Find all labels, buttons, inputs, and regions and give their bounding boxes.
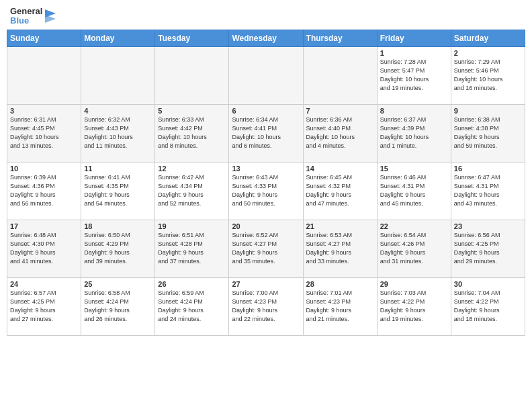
day-number: 23 [454,222,522,230]
day-number: 17 [10,222,78,230]
calendar-day-cell: 27Sunrise: 7:00 AM Sunset: 4:23 PM Dayli… [229,277,303,335]
day-info: Sunrise: 6:38 AM Sunset: 4:38 PM Dayligh… [454,116,500,149]
calendar-day-cell: 6Sunrise: 6:34 AM Sunset: 4:41 PM Daylig… [229,104,303,162]
day-number: 29 [380,280,448,288]
calendar-day-cell: 12Sunrise: 6:42 AM Sunset: 4:34 PM Dayli… [155,162,229,220]
calendar-week-row: 24Sunrise: 6:57 AM Sunset: 4:25 PM Dayli… [7,277,525,335]
calendar-table: SundayMondayTuesdayWednesdayThursdayFrid… [7,30,525,336]
day-number: 2 [454,49,522,57]
calendar-day-cell: 10Sunrise: 6:39 AM Sunset: 4:36 PM Dayli… [7,162,81,220]
calendar-day-cell: 7Sunrise: 6:36 AM Sunset: 4:40 PM Daylig… [303,104,377,162]
day-number: 24 [10,280,78,288]
day-of-week-header: Wednesday [229,30,303,46]
calendar-day-cell: 2Sunrise: 7:29 AM Sunset: 5:46 PM Daylig… [451,46,525,104]
days-of-week-row: SundayMondayTuesdayWednesdayThursdayFrid… [7,30,525,46]
day-number: 14 [306,165,374,173]
day-number: 16 [454,165,522,173]
day-info: Sunrise: 6:34 AM Sunset: 4:41 PM Dayligh… [232,116,281,149]
calendar-day-cell: 17Sunrise: 6:48 AM Sunset: 4:30 PM Dayli… [7,220,81,277]
calendar-header: SundayMondayTuesdayWednesdayThursdayFrid… [7,30,525,46]
day-of-week-header: Sunday [7,30,81,46]
day-info: Sunrise: 6:51 AM Sunset: 4:28 PM Dayligh… [158,232,204,265]
day-of-week-header: Friday [377,30,451,46]
logo-flag-icon [44,7,57,26]
day-info: Sunrise: 7:01 AM Sunset: 4:23 PM Dayligh… [306,289,353,322]
day-info: Sunrise: 7:03 AM Sunset: 4:22 PM Dayligh… [380,289,427,322]
calendar-week-row: 17Sunrise: 6:48 AM Sunset: 4:30 PM Dayli… [7,220,525,277]
calendar-wrapper: SundayMondayTuesdayWednesdayThursdayFrid… [0,30,532,336]
day-info: Sunrise: 6:36 AM Sunset: 4:40 PM Dayligh… [306,116,355,149]
day-of-week-header: Thursday [303,30,377,46]
day-info: Sunrise: 7:04 AM Sunset: 4:22 PM Dayligh… [454,289,500,322]
day-number: 21 [306,222,374,230]
calendar-day-cell [81,46,155,104]
day-info: Sunrise: 7:28 AM Sunset: 5:47 PM Dayligh… [380,58,429,91]
calendar-week-row: 3Sunrise: 6:31 AM Sunset: 4:45 PM Daylig… [7,104,525,162]
calendar-day-cell: 14Sunrise: 6:45 AM Sunset: 4:32 PM Dayli… [303,162,377,220]
day-info: Sunrise: 6:43 AM Sunset: 4:33 PM Dayligh… [232,174,278,207]
logo-general-text: General [10,7,42,16]
day-info: Sunrise: 6:45 AM Sunset: 4:32 PM Dayligh… [306,174,353,207]
logo: GeneralBlue [10,7,57,26]
calendar-day-cell: 18Sunrise: 6:50 AM Sunset: 4:29 PM Dayli… [81,220,155,277]
day-info: Sunrise: 6:47 AM Sunset: 4:31 PM Dayligh… [454,174,500,207]
calendar-day-cell: 3Sunrise: 6:31 AM Sunset: 4:45 PM Daylig… [7,104,81,162]
day-info: Sunrise: 6:52 AM Sunset: 4:27 PM Dayligh… [232,232,278,265]
calendar-day-cell: 1Sunrise: 7:28 AM Sunset: 5:47 PM Daylig… [377,46,451,104]
day-number: 22 [380,222,448,230]
day-number: 7 [306,107,374,115]
day-number: 26 [158,280,226,288]
day-number: 15 [380,165,448,173]
day-info: Sunrise: 6:32 AM Sunset: 4:43 PM Dayligh… [84,116,133,149]
calendar-day-cell [155,46,229,104]
day-number: 18 [84,222,152,230]
day-number: 4 [84,107,152,115]
day-info: Sunrise: 6:48 AM Sunset: 4:30 PM Dayligh… [10,232,56,265]
day-info: Sunrise: 6:33 AM Sunset: 4:42 PM Dayligh… [158,116,207,149]
day-info: Sunrise: 7:29 AM Sunset: 5:46 PM Dayligh… [454,58,503,91]
svg-marker-1 [45,15,56,23]
calendar-day-cell: 20Sunrise: 6:52 AM Sunset: 4:27 PM Dayli… [229,220,303,277]
day-number: 25 [84,280,152,288]
day-number: 1 [380,49,448,57]
day-info: Sunrise: 6:56 AM Sunset: 4:25 PM Dayligh… [454,232,500,265]
calendar-day-cell: 25Sunrise: 6:58 AM Sunset: 4:24 PM Dayli… [81,277,155,335]
day-number: 11 [84,165,152,173]
day-info: Sunrise: 6:39 AM Sunset: 4:36 PM Dayligh… [10,174,56,207]
calendar-day-cell: 16Sunrise: 6:47 AM Sunset: 4:31 PM Dayli… [451,162,525,220]
calendar-day-cell: 29Sunrise: 7:03 AM Sunset: 4:22 PM Dayli… [377,277,451,335]
calendar-day-cell: 28Sunrise: 7:01 AM Sunset: 4:23 PM Dayli… [303,277,377,335]
day-of-week-header: Saturday [451,30,525,46]
day-number: 13 [232,165,300,173]
day-number: 8 [380,107,448,115]
calendar-week-row: 1Sunrise: 7:28 AM Sunset: 5:47 PM Daylig… [7,46,525,104]
calendar-day-cell: 24Sunrise: 6:57 AM Sunset: 4:25 PM Dayli… [7,277,81,335]
header: GeneralBlue [0,0,532,30]
day-of-week-header: Tuesday [155,30,229,46]
calendar-day-cell: 26Sunrise: 6:59 AM Sunset: 4:24 PM Dayli… [155,277,229,335]
day-number: 12 [158,165,226,173]
calendar-day-cell: 22Sunrise: 6:54 AM Sunset: 4:26 PM Dayli… [377,220,451,277]
day-number: 6 [232,107,300,115]
calendar-day-cell: 9Sunrise: 6:38 AM Sunset: 4:38 PM Daylig… [451,104,525,162]
logo-blue-text: Blue [10,16,42,26]
day-info: Sunrise: 6:50 AM Sunset: 4:29 PM Dayligh… [84,232,130,265]
day-info: Sunrise: 6:59 AM Sunset: 4:24 PM Dayligh… [158,289,204,322]
day-of-week-header: Monday [81,30,155,46]
calendar-day-cell: 5Sunrise: 6:33 AM Sunset: 4:42 PM Daylig… [155,104,229,162]
calendar-week-row: 10Sunrise: 6:39 AM Sunset: 4:36 PM Dayli… [7,162,525,220]
day-info: Sunrise: 6:58 AM Sunset: 4:24 PM Dayligh… [84,289,130,322]
calendar-day-cell: 13Sunrise: 6:43 AM Sunset: 4:33 PM Dayli… [229,162,303,220]
day-info: Sunrise: 6:37 AM Sunset: 4:39 PM Dayligh… [380,116,429,149]
day-info: Sunrise: 6:31 AM Sunset: 4:45 PM Dayligh… [10,116,59,149]
calendar-day-cell: 23Sunrise: 6:56 AM Sunset: 4:25 PM Dayli… [451,220,525,277]
day-info: Sunrise: 6:41 AM Sunset: 4:35 PM Dayligh… [84,174,130,207]
day-info: Sunrise: 7:00 AM Sunset: 4:23 PM Dayligh… [232,289,278,322]
day-number: 28 [306,280,374,288]
day-number: 27 [232,280,300,288]
day-number: 30 [454,280,522,288]
calendar-day-cell: 19Sunrise: 6:51 AM Sunset: 4:28 PM Dayli… [155,220,229,277]
calendar-day-cell: 4Sunrise: 6:32 AM Sunset: 4:43 PM Daylig… [81,104,155,162]
day-info: Sunrise: 6:46 AM Sunset: 4:31 PM Dayligh… [380,174,427,207]
calendar-day-cell [7,46,81,104]
